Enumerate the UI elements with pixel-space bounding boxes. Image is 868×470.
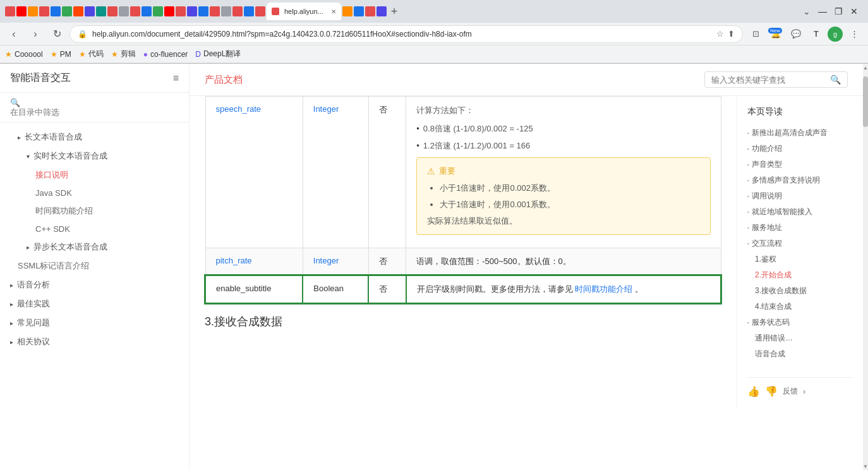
- warning-footer: 实际算法结果取近似值。: [427, 215, 699, 227]
- bookmark-coooool[interactable]: ★ Coooool: [5, 50, 43, 59]
- sidebar-item-java-sdk[interactable]: Java SDK: [0, 184, 189, 202]
- tab-list-icon[interactable]: ⌄: [803, 6, 811, 16]
- main-content: 产品文档 🔍 speech_rate: [190, 64, 863, 470]
- toc-item-auth[interactable]: 1.鉴权: [747, 251, 853, 267]
- bookmark-star-icon[interactable]: ☆: [716, 29, 724, 39]
- notification-icon[interactable]: 🔔 New: [767, 25, 785, 43]
- sidebar-header: 智能语音交互 ≡: [0, 64, 189, 93]
- bookmark-code[interactable]: ★ 代码: [79, 49, 104, 59]
- page-logo: 产品文档: [205, 74, 243, 86]
- sidebar-search-input[interactable]: [10, 107, 179, 117]
- back-btn[interactable]: ‹: [5, 25, 23, 43]
- sidebar-item-best-practice[interactable]: ▸ 最佳实践: [0, 294, 189, 313]
- speech-rate-param: speech_rate: [205, 97, 303, 248]
- bookmark-deepl[interactable]: D DeepL翻译: [195, 49, 241, 59]
- speech-rate-type: Integer: [303, 97, 368, 248]
- bookmark-pm[interactable]: ★ PM: [51, 50, 71, 59]
- toc-item-status[interactable]: • 服务状态码: [747, 315, 853, 330]
- speech-rate-row: speech_rate Integer 否 计算方法如下： •: [205, 97, 721, 248]
- enable-subtitle-type: Boolean: [303, 275, 368, 303]
- address-bar[interactable]: 🔒 help.aliyun.com/document_detail/429509…: [69, 25, 743, 43]
- bookmark-cofluencer[interactable]: ● co-fluencer: [143, 50, 188, 59]
- maximize-btn[interactable]: ❐: [835, 6, 843, 16]
- pitch-rate-param: pitch_rate: [205, 248, 303, 276]
- forward-btn[interactable]: ›: [27, 25, 44, 43]
- toc-item-features[interactable]: • 功能介绍: [747, 141, 853, 157]
- share-icon[interactable]: ⬆: [728, 29, 735, 39]
- content-area: speech_rate Integer 否 计算方法如下： •: [190, 96, 863, 407]
- warning-title-text: 重要: [439, 166, 455, 177]
- whatsapp-icon[interactable]: 💬: [787, 25, 805, 43]
- page-header: 产品文档 🔍: [190, 64, 863, 96]
- doc-search-input[interactable]: [711, 75, 825, 85]
- refresh-btn[interactable]: ↻: [48, 25, 66, 43]
- toc-item-region[interactable]: • 就近地域智能接入: [747, 204, 853, 220]
- toc-item-hd-audio[interactable]: • 新推出超高清合成声音: [747, 125, 853, 141]
- toc-item-start-synth[interactable]: 2.开始合成: [747, 267, 853, 283]
- sidebar-item-interface[interactable]: 接口说明: [0, 166, 189, 184]
- sidebar-item-speech-analysis[interactable]: ▸ 语音分析: [0, 275, 189, 294]
- sidebar-item-faq[interactable]: ▸ 常见问题: [0, 313, 189, 332]
- active-tab[interactable]: help.aliyun... ✕: [267, 3, 341, 20]
- pitch-rate-link[interactable]: pitch_rate: [216, 256, 252, 265]
- collapse-arrow-icon: ▾: [27, 153, 30, 160]
- warning-item-2: 大于1倍速时，使用0.001系数。: [440, 198, 699, 211]
- toc-item-receive[interactable]: 3.接收合成数据: [747, 283, 853, 299]
- sidebar-item-timestamp[interactable]: 时间戳功能介绍: [0, 202, 189, 220]
- toc-item-invoke[interactable]: • 调用说明: [747, 188, 853, 204]
- sidebar-item-realtime-tts[interactable]: ▾ 实时长文本语音合成: [0, 147, 189, 166]
- tab-close-btn[interactable]: ✕: [331, 8, 336, 15]
- scrollbar-up-btn[interactable]: ▲: [863, 65, 868, 71]
- async-arrow-icon: ▸: [27, 244, 30, 251]
- feedback-arrow-icon: ›: [803, 387, 805, 396]
- pitch-rate-type-link[interactable]: Integer: [313, 256, 339, 265]
- sidebar-item-agreements[interactable]: ▸ 相关协议: [0, 332, 189, 351]
- sidebar-item-long-tts[interactable]: ▸ 长文本语音合成: [0, 128, 189, 147]
- speech-rate-type-link[interactable]: Integer: [313, 104, 339, 114]
- address-text: help.aliyun.com/document_detail/429509.h…: [92, 30, 711, 39]
- toc-item-address[interactable]: • 服务地址: [747, 220, 853, 236]
- toc-item-general-err[interactable]: 通用错误…: [747, 330, 853, 346]
- speech-analysis-arrow-icon: ▸: [10, 282, 13, 289]
- extensions-icon[interactable]: ⊡: [747, 25, 764, 43]
- bookmarks-bar: ★ Coooool ★ PM ★ 代码 ★ 剪辑 ● co-fluencer D…: [0, 45, 868, 63]
- bookmark-clip[interactable]: ★ 剪辑: [111, 49, 136, 59]
- sidebar-nav: ▸ 长文本语音合成 ▾ 实时长文本语音合成 接口说明 Java SDK 时间戳功…: [0, 123, 189, 470]
- menu-icon[interactable]: ⋮: [845, 25, 863, 43]
- speech-rate-link[interactable]: speech_rate: [216, 104, 262, 114]
- pitch-rate-row: pitch_rate Integer 否 语调，取值范围：-500~500。默认…: [205, 248, 721, 276]
- thumbup-icon[interactable]: 👍: [747, 385, 760, 397]
- toc-item-emotion[interactable]: • 多情感声音支持说明: [747, 172, 853, 188]
- scrollbar-track[interactable]: ▲ ▼: [863, 64, 868, 470]
- toc-item-voice-type[interactable]: • 声音类型: [747, 157, 853, 172]
- scrollbar-thumb[interactable]: [863, 76, 868, 127]
- toc-item-end[interactable]: 4.结束合成: [747, 299, 853, 315]
- thumbdown-icon[interactable]: 👎: [765, 385, 778, 397]
- section-heading: 3.接收合成数据: [205, 304, 721, 334]
- new-tab-button[interactable]: +: [387, 5, 402, 18]
- enable-subtitle-description: 开启字级别时间戳。更多使用方法，请参见 时间戳功能介绍 。: [406, 275, 721, 303]
- enable-subtitle-param: enable_subtitle: [205, 275, 303, 303]
- sidebar-item-async-tts[interactable]: ▸ 异步长文本语音合成: [0, 238, 189, 256]
- minimize-btn[interactable]: —: [818, 6, 827, 16]
- subtitle-timestamp-link[interactable]: 时间戳功能介绍: [575, 284, 632, 294]
- sidebar-menu-icon[interactable]: ≡: [173, 73, 179, 84]
- page-wrapper: 智能语音交互 ≡ 🔍 ▸ 长文本语音合成 ▾ 实时长文本语音合成 接口说明 Ja…: [0, 64, 868, 470]
- search-submit-icon[interactable]: 🔍: [830, 75, 841, 85]
- translate-icon[interactable]: T: [807, 25, 825, 43]
- enable-subtitle-row: enable_subtitle Boolean 否 开启字级别时间戳。更多使用方…: [205, 275, 721, 303]
- scrollbar-down-btn[interactable]: ▼: [863, 464, 868, 469]
- profile-icon[interactable]: g: [828, 27, 843, 42]
- toc-title: 本页导读: [747, 106, 853, 118]
- toc-item-voice-synth[interactable]: 语音合成: [747, 346, 853, 362]
- feedback-label[interactable]: 反馈: [783, 386, 798, 397]
- speech-rate-description: 计算方法如下： • 0.8倍速 (1-1/0.8)/0.002 = -125 •…: [406, 97, 721, 248]
- page-search[interactable]: 🔍: [704, 71, 848, 88]
- sidebar: 智能语音交互 ≡ 🔍 ▸ 长文本语音合成 ▾ 实时长文本语音合成 接口说明 Ja…: [0, 64, 190, 470]
- warning-item-1: 小于1倍速时，使用0.002系数。: [440, 182, 699, 195]
- agreements-arrow-icon: ▸: [10, 339, 13, 346]
- toc-item-flow[interactable]: • 交互流程: [747, 236, 853, 251]
- close-btn[interactable]: ✕: [850, 6, 858, 16]
- sidebar-item-ssml[interactable]: SSML标记语言介绍: [0, 256, 189, 275]
- sidebar-item-cpp-sdk[interactable]: C++ SDK: [0, 220, 189, 238]
